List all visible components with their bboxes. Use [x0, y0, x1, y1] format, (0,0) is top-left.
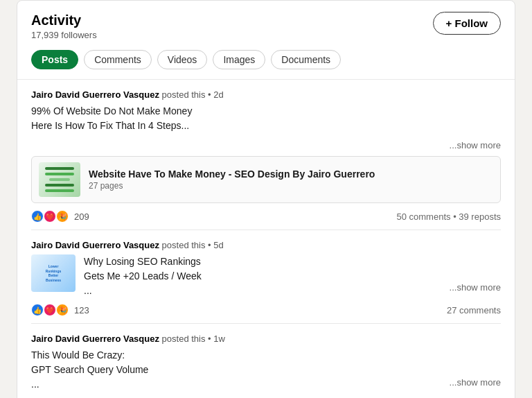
tab-documents[interactable]: Documents	[271, 50, 341, 69]
celebrate-emoji: 🎉	[56, 210, 69, 223]
attachment-thumbnail	[39, 162, 80, 197]
post-attachment[interactable]: Website Have To Make Money - SEO Design …	[31, 156, 501, 203]
tab-images[interactable]: Images	[213, 50, 265, 69]
page-title: Activity	[31, 12, 97, 28]
attachment-title: Website Have To Make Money - SEO Design …	[89, 168, 375, 180]
post-meta: Jairo David Guerrero Vasquez posted this…	[31, 334, 501, 344]
tab-videos[interactable]: Videos	[157, 50, 208, 69]
reactions: 👍 ❤️ 🎉 123	[31, 304, 89, 316]
post-time: posted this • 5d	[162, 240, 224, 250]
post-text-block: Why Losing SEO Rankings Gets Me +20 Lead…	[84, 254, 202, 298]
like-emoji: 👍	[31, 304, 44, 316]
thumb-decoration	[45, 173, 74, 175]
post-time: posted this • 2d	[162, 89, 224, 100]
reactions: 👍 ❤️ 🎉 209	[31, 210, 89, 223]
thumb-decoration	[45, 167, 74, 170]
tab-posts[interactable]: Posts	[31, 50, 78, 69]
post-text: This Would Be Crazy: GPT Search Query Vo…	[31, 348, 148, 392]
title-block: Activity 17,939 followers	[31, 12, 97, 40]
thumb-decoration	[45, 184, 74, 187]
tab-comments[interactable]: Comments	[84, 50, 152, 69]
post-author: Jairo David Guerrero Vasquez	[31, 89, 159, 100]
heart-emoji: ❤️	[44, 210, 56, 223]
post-meta: Jairo David Guerrero Vasquez posted this…	[31, 89, 501, 100]
post-footer: 👍 ❤️ 🎉 209 50 comments • 39 reposts	[31, 210, 501, 223]
post-inline-thumbnail: LowerRankingsBetterBusiness	[31, 254, 76, 292]
like-emoji: 👍	[31, 210, 44, 223]
reaction-count: 123	[74, 305, 89, 315]
thumb-text: LowerRankingsBetterBusiness	[44, 263, 63, 284]
post-footer: 👍 ❤️ 🎉 123 27 comments	[31, 304, 501, 316]
header-row: Activity 17,939 followers + Follow	[31, 12, 501, 40]
post-author: Jairo David Guerrero Vasquez	[31, 334, 159, 344]
thumb-decoration	[49, 178, 70, 181]
activity-card: Activity 17,939 followers + Follow Posts…	[17, 0, 515, 398]
post-stats: 27 comments	[447, 305, 501, 315]
thumb-decoration	[45, 189, 74, 192]
post-text: Why Losing SEO Rankings Gets Me +20 Lead…	[84, 254, 202, 298]
attachment-info: Website Have To Make Money - SEO Design …	[89, 168, 375, 191]
tabs-row: Posts Comments Videos Images Documents	[31, 50, 501, 69]
post-time: posted this • 1w	[162, 334, 225, 344]
reaction-count: 209	[74, 211, 89, 222]
post-text: 99% Of Website Do Not Make Money Here Is…	[31, 104, 501, 133]
show-more-link[interactable]: ...show more	[450, 282, 501, 293]
post-stats: 50 comments • 39 reposts	[396, 211, 501, 222]
show-more-link[interactable]: ...show more	[450, 140, 501, 150]
post-meta: Jairo David Guerrero Vasquez posted this…	[31, 240, 501, 250]
post-item: Jairo David Guerrero Vasquez posted this…	[31, 230, 501, 324]
post-item: Jairo David Guerrero Vasquez posted this…	[31, 324, 501, 398]
heart-emoji: ❤️	[44, 304, 56, 316]
follow-button[interactable]: + Follow	[433, 12, 501, 35]
post-author: Jairo David Guerrero Vasquez	[31, 240, 159, 250]
attachment-pages: 27 pages	[89, 181, 375, 191]
celebrate-emoji: 🎉	[56, 304, 69, 316]
post-item: Jairo David Guerrero Vasquez posted this…	[31, 80, 501, 230]
followers-count: 17,939 followers	[31, 30, 97, 40]
show-more-link[interactable]: ...show more	[450, 377, 501, 388]
